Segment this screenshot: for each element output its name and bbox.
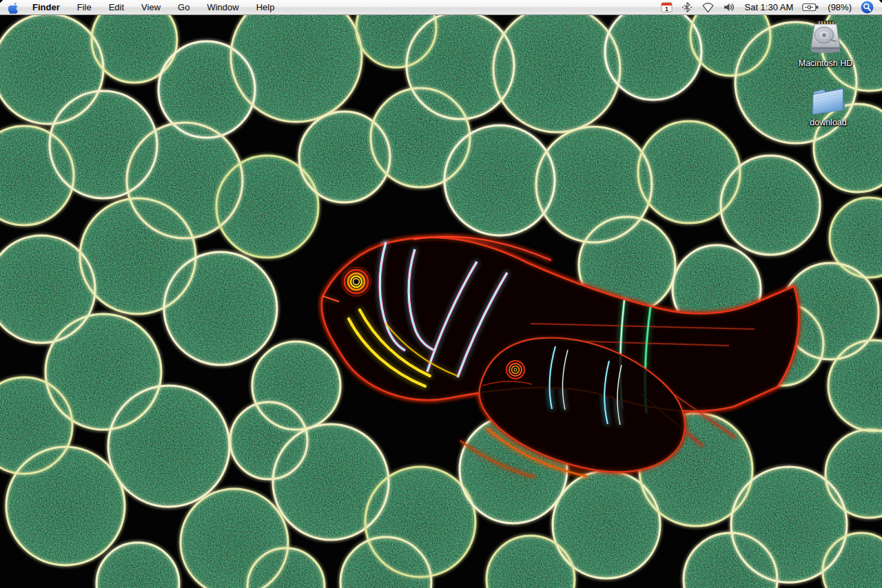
- menu-help[interactable]: Help: [256, 2, 275, 12]
- screen-corner-right: [877, 0, 882, 5]
- desktop-icon-macintosh-hd[interactable]: Macintosh HD: [784, 19, 867, 68]
- app-menus: Finder File Edit View Go Window Help: [32, 2, 274, 12]
- airport-icon[interactable]: [701, 2, 715, 13]
- battery-percent: (98%): [828, 2, 852, 12]
- menu-bar: Finder File Edit View Go Window Help 1 S…: [0, 0, 882, 15]
- menu-edit[interactable]: Edit: [109, 2, 124, 12]
- hard-drive-icon: [806, 19, 845, 57]
- menu-finder[interactable]: Finder: [32, 2, 60, 12]
- desktop-icon-label: download: [810, 118, 847, 127]
- screen-corner-left: [0, 0, 5, 5]
- menu-window[interactable]: Window: [207, 2, 238, 12]
- svg-text:1: 1: [665, 6, 668, 12]
- volume-icon[interactable]: [724, 2, 735, 12]
- battery-icon[interactable]: [802, 3, 819, 12]
- folder-icon: [809, 82, 848, 116]
- calendar-icon[interactable]: 1: [661, 1, 673, 13]
- spotlight-icon[interactable]: [861, 1, 874, 14]
- apple-menu-icon[interactable]: [8, 1, 19, 14]
- menu-extras: 1 Sat 1:30 AM (98%): [661, 1, 874, 14]
- desktop-icon-label: Macintosh HD: [799, 59, 853, 68]
- desktop-icon-download[interactable]: download: [787, 82, 870, 127]
- menu-file[interactable]: File: [77, 2, 92, 12]
- menu-view[interactable]: View: [141, 2, 161, 12]
- bluetooth-icon[interactable]: [681, 1, 693, 13]
- menu-go[interactable]: Go: [178, 2, 189, 12]
- menu-clock[interactable]: Sat 1:30 AM: [744, 2, 793, 12]
- wallpaper-image: [0, 0, 882, 588]
